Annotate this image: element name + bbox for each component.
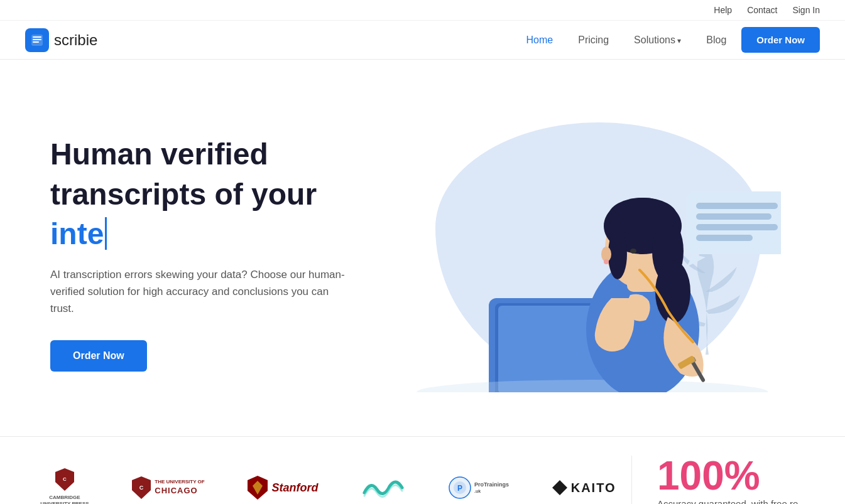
hero-illustration <box>377 97 820 411</box>
signin-link[interactable]: Sign In <box>792 5 820 15</box>
svg-point-12 <box>417 380 768 392</box>
logos-section: C CAMBRIDGE UNIVERSITY PRESS C THE UNIVE… <box>0 436 845 504</box>
svg-rect-3 <box>33 41 39 43</box>
logo-text: scribie <box>54 31 97 49</box>
stanford-text: Stanford <box>271 481 318 495</box>
svg-point-21 <box>630 249 636 254</box>
kaito-logo: KAITO <box>552 480 616 495</box>
chicago-text2: CHICAGO <box>155 486 204 496</box>
stat-number: 100% <box>657 456 820 496</box>
cambridge-logo: C CAMBRIDGE UNIVERSITY PRESS <box>40 468 89 504</box>
stat-label: Accuracy guaranteed, with free re-review… <box>657 498 820 504</box>
hero-title-animated: inte <box>50 217 377 251</box>
hero-title-line2: transcripts of your <box>50 177 377 212</box>
svg-rect-2 <box>33 39 41 40</box>
chicago-text1: THE UNIVERSITY OF <box>155 479 204 485</box>
svg-point-20 <box>655 260 690 323</box>
nav-links: Home Pricing Solutions Blog Order Now <box>516 27 820 53</box>
stanford-logo: Stanford <box>248 476 318 500</box>
protrainings-logo: P ProTrainings .uk <box>449 476 509 499</box>
svg-rect-1 <box>33 36 41 38</box>
nav-blog[interactable]: Blog <box>696 29 736 51</box>
nav-home[interactable]: Home <box>516 29 564 51</box>
cambridge-text1: CAMBRIDGE <box>40 495 89 501</box>
protrainings-text2: .uk <box>474 488 509 494</box>
logos-right: 100% Accuracy guaranteed, with free re-r… <box>631 456 820 504</box>
hero-subtitle: AI transcription errors skewing your dat… <box>50 266 352 318</box>
svg-text:P: P <box>457 484 462 493</box>
top-bar: Help Contact Sign In <box>0 0 845 21</box>
kaito-text: KAITO <box>571 481 616 495</box>
navbar-order-now-button[interactable]: Order Now <box>741 27 820 53</box>
svg-marker-37 <box>552 480 567 495</box>
chicago-logo: C THE UNIVERSITY OF CHICAGO <box>132 476 204 499</box>
svg-rect-29 <box>696 213 771 220</box>
svg-rect-30 <box>696 224 778 230</box>
nav-pricing[interactable]: Pricing <box>568 29 619 51</box>
svg-point-23 <box>604 259 609 264</box>
cursor <box>105 217 107 250</box>
svg-rect-27 <box>687 191 781 254</box>
hero-left: Human verified transcripts of your inte … <box>50 137 377 371</box>
hero-svg <box>417 116 781 392</box>
hero-title-line1: Human verified <box>50 137 377 171</box>
hero-section: Human verified transcripts of your inte … <box>0 60 845 436</box>
svg-rect-28 <box>696 203 778 209</box>
svg-text:C: C <box>139 485 144 491</box>
svg-point-19 <box>608 198 677 235</box>
svg-text:C: C <box>63 476 67 482</box>
wavve-logo <box>361 474 405 502</box>
contact-link[interactable]: Contact <box>747 5 777 15</box>
logos-left: C CAMBRIDGE UNIVERSITY PRESS C THE UNIVE… <box>25 468 631 504</box>
cambridge-text2: UNIVERSITY PRESS <box>40 501 89 504</box>
navbar: scribie Home Pricing Solutions Blog Orde… <box>0 21 845 60</box>
svg-rect-31 <box>696 235 753 241</box>
nav-solutions[interactable]: Solutions <box>624 29 691 51</box>
protrainings-text1: ProTrainings <box>474 481 509 489</box>
logo-icon <box>25 28 49 52</box>
hero-order-now-button[interactable]: Order Now <box>50 340 147 372</box>
logo[interactable]: scribie <box>25 28 97 52</box>
help-link[interactable]: Help <box>714 5 732 15</box>
